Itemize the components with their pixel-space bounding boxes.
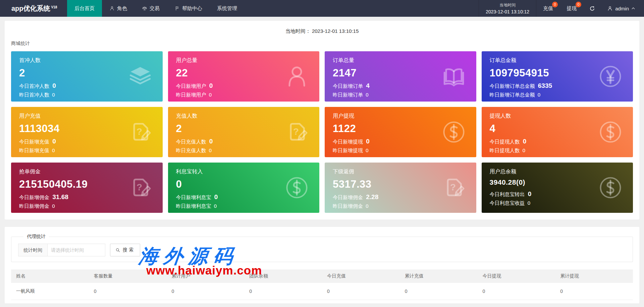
scales-icon [142, 6, 147, 11]
nav-item-system[interactable]: 系统管理 [210, 0, 245, 17]
svg-text:?: ? [137, 126, 142, 137]
stat-card-1: 用户总量 22 今日新增用户 0 昨日新增用户 0 [168, 51, 320, 102]
dollar-circle-icon [597, 174, 624, 201]
card-yesterday-value: 0 [521, 147, 526, 153]
card-today-label: 今日首冲人数 [19, 83, 49, 89]
withdraw-button[interactable]: 提现 0 [560, 0, 583, 17]
card-yesterday-line: 昨日新增充值 0 [19, 147, 155, 154]
card-yesterday-line: 昨日新增订单 0 [333, 92, 468, 98]
dollar-circle-icon [440, 118, 468, 146]
card-today-label: 今日新增充值 [19, 139, 49, 144]
card-today-label: 今日利息宝转出 [490, 191, 525, 197]
card-yesterday-label: 昨日新增充值 [19, 147, 49, 153]
card-yesterday-value: 0 [208, 147, 212, 153]
nav-item-trade[interactable]: 交易 [135, 0, 167, 17]
card-yesterday-value: 0 [364, 147, 369, 153]
user-menu[interactable]: admin [601, 0, 644, 17]
table-cell: 0 [89, 283, 167, 300]
doc-edit-icon: ? [126, 174, 154, 201]
card-yesterday-value: 0 [364, 92, 369, 98]
nav-item-label: 系统管理 [217, 5, 237, 12]
table-cell: 0 [400, 283, 478, 300]
card-yesterday-value: 0 [51, 203, 55, 209]
stats-panel: 当地时间： 2023-12-01 13:10:15 商城统计 首冲人数 2 今日… [5, 21, 639, 220]
svg-text:?: ? [293, 126, 299, 137]
nav-item-label: 后台首页 [74, 5, 95, 12]
card-today-label: 今日新增佣金 [333, 194, 363, 200]
search-button[interactable]: 搜索 [110, 244, 140, 256]
layers-icon [126, 63, 154, 90]
nav-item-home[interactable]: 后台首页 [67, 0, 102, 17]
card-yesterday-value: 0 [536, 92, 541, 98]
page-local-time-value: 2023-12-01 13:10:15 [312, 28, 359, 34]
card-yesterday-label: 昨日新增佣金 [333, 203, 363, 209]
card-yesterday-line: 昨日充值人数 0 [176, 147, 312, 154]
table-cell: 一帆风顺 [11, 283, 89, 300]
table-cell: 0 [478, 283, 555, 300]
nav-item-label: 帮助中心 [182, 5, 202, 12]
card-today-value: 0 [521, 138, 527, 145]
nav-item-help[interactable]: 帮助中心 [167, 0, 210, 17]
stat-card-10: 下级返佣 5317.33 今日新增佣金 2.28 昨日新增佣金 0 ? [325, 163, 476, 213]
table-cell: 0 [167, 283, 245, 300]
column-header: 客服数量 [89, 269, 167, 283]
card-today-label: 今日新增提现 [333, 139, 363, 144]
table-cell: 0 [322, 283, 400, 300]
card-yesterday-label: 昨日提现人数 [490, 147, 520, 153]
agent-panel: 代理统计 统计时间 搜索 姓名客服数量累计用户团队余额今日充值累计充值今日提现累… [5, 227, 639, 303]
card-yesterday-line: 昨日新增利息宝 0 [176, 203, 312, 209]
stat-card-8: 抢单佣金 215150405.19 今日新增佣金 31.68 昨日新增佣金 0 … [11, 163, 163, 213]
card-yesterday-label: 昨日新增利息宝 [176, 203, 211, 209]
local-time-value: 2023-12-01 13:10:12 [486, 9, 529, 14]
recharge-button[interactable]: 充值 0 [536, 0, 560, 17]
card-today-value: 2.28 [364, 193, 378, 200]
column-header: 团队余额 [244, 269, 322, 283]
book-icon [440, 63, 468, 90]
card-yesterday-line: 昨日新增订单总金额 0 [490, 92, 625, 98]
card-today-value: 0 [208, 82, 213, 89]
card-yesterday-line: 昨日新增提现 0 [333, 147, 468, 154]
card-today-label: 今日充值人数 [176, 139, 206, 144]
card-yesterday-value: 0 [51, 147, 55, 153]
stat-card-9: 利息宝转入 0 今日新增利息宝 0 昨日新增利息宝 0 [168, 163, 320, 213]
card-today-value: 0 [208, 138, 213, 145]
column-header: 累计提现 [555, 269, 633, 283]
card-yesterday-value: 0 [213, 203, 217, 209]
search-button-label: 搜索 [123, 247, 135, 253]
person-icon [283, 63, 311, 90]
nav-item-role[interactable]: 角色 [102, 0, 135, 17]
column-header: 今日提现 [478, 269, 555, 283]
agent-table-header-row: 姓名客服数量累计用户团队余额今日充值累计充值今日提现累计提现 [11, 269, 633, 283]
doc-edit-icon: ? [440, 174, 468, 201]
nav-item-label: 角色 [117, 5, 127, 12]
agent-legend: 代理统计 [23, 234, 49, 240]
time-filter-label: 统计时间 [18, 244, 48, 256]
agent-table-body: 一帆风顺0000000 [11, 283, 633, 300]
card-today-value: 6335 [536, 82, 552, 89]
card-today-label: 今日新增订单 [333, 83, 363, 89]
card-today-value: 0 [526, 190, 532, 197]
stat-cards-grid: 首冲人数 2 今日首冲人数 0 昨日首冲人数 0 用户总量 22 今日新增用户 … [11, 51, 633, 213]
column-header: 姓名 [11, 269, 89, 283]
stat-card-4: 用户充值 1113034 今日新增充值 0 昨日新增充值 0 ? [11, 107, 163, 157]
stat-card-2: 订单总量 2147 今日新增订单 4 昨日新增订单 0 [325, 51, 476, 102]
search-icon [115, 248, 120, 253]
stat-card-5: 充值人数 2 今日充值人数 0 昨日充值人数 0 ? [168, 107, 320, 157]
stat-card-7: 提现人数 4 今日提现人数 0 昨日提现人数 0 [482, 107, 633, 157]
card-today-label: 今日新增佣金 [19, 194, 49, 200]
user-icon [607, 6, 613, 11]
doc-edit-icon: ? [283, 118, 311, 146]
refresh-button[interactable] [583, 0, 601, 17]
card-today-label: 今日新增订单总金额 [490, 83, 535, 89]
svg-text:?: ? [450, 182, 456, 192]
card-today-value: 31.68 [51, 193, 68, 200]
yen-circle-icon [597, 63, 624, 90]
card-yesterday-label: 昨日新增提现 [333, 147, 363, 153]
stat-card-11: 用户总余额 3940.28(0) 今日利息宝转出 0 今日利息宝收益 0 [482, 163, 633, 213]
card-today-value: 0 [51, 138, 56, 145]
card-yesterday-value: 0 [364, 203, 369, 209]
card-today-value: 0 [213, 193, 218, 200]
user-icon [109, 6, 115, 11]
column-header: 累计用户 [167, 269, 245, 283]
time-filter-input[interactable] [48, 244, 105, 256]
